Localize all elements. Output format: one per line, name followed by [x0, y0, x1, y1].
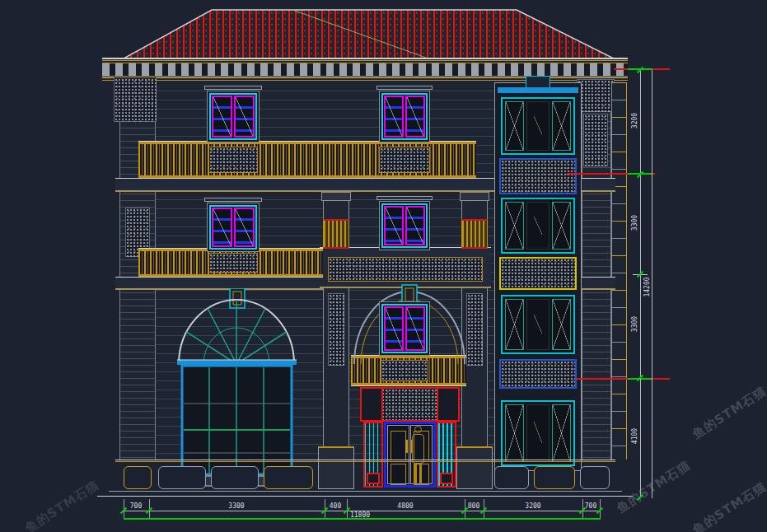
step-line: [109, 491, 622, 492]
dentil-course: [102, 63, 628, 77]
stair-relief-panel-1: [499, 158, 577, 194]
stair-window-3: [501, 295, 575, 354]
arched-window: [175, 288, 298, 488]
window-sash: [552, 404, 571, 462]
dimension-text: 3300: [631, 209, 638, 237]
right-column-capital: [461, 219, 488, 249]
pilaster-base: [440, 473, 453, 484]
window-sash: [552, 202, 571, 250]
level-line-1f: [577, 378, 670, 380]
right-pilaster-ornament: [583, 114, 608, 166]
window-pane: [526, 202, 550, 250]
window-3f-center: [379, 91, 430, 142]
ground-line: [97, 496, 633, 497]
plinth-panel: [580, 466, 610, 489]
dimension-text: 800: [459, 502, 489, 510]
watermark: 鱼的STM石猫: [690, 383, 767, 442]
plinth-panel: [264, 466, 313, 489]
window-sash: [405, 206, 425, 245]
dimension-text: 700: [121, 502, 151, 510]
window-pane: [526, 404, 550, 462]
entrance-pilaster-right: [437, 422, 456, 488]
window-sash: [212, 208, 232, 247]
window-pane: [526, 299, 550, 350]
scale-figure-leg: [419, 464, 422, 485]
balustrade-3f-panel-left: [208, 147, 258, 173]
scale-figure-leg: [414, 464, 417, 485]
door-panel: [391, 431, 406, 460]
dimension-line-right: [640, 70, 641, 498]
dimension-text: 3200: [518, 502, 548, 510]
door-panel: [391, 464, 406, 485]
window-sash: [505, 202, 524, 250]
entrance-capital-right: [437, 387, 460, 422]
window-sash: [405, 96, 425, 138]
roof-outline: [124, 8, 614, 61]
left-column-pedestal: [318, 446, 354, 489]
watermark: 鱼的STM石猫: [614, 457, 694, 516]
door-handle-left: [405, 440, 408, 453]
window-2f-left: [207, 203, 260, 252]
window-lintel: [204, 86, 262, 90]
balustrade-3f-panel-center: [379, 147, 430, 173]
window-frame: [381, 93, 428, 140]
entrance-capital-left: [360, 387, 383, 422]
dimension-text: 3300: [631, 310, 638, 338]
right-column-pedestal: [456, 446, 493, 489]
window-lintel: [204, 198, 262, 202]
stair-relief-panel-2: [499, 257, 577, 290]
scale-figure-head: [414, 426, 422, 433]
plinth-panel: [534, 466, 575, 489]
left-column-hanging-ornament: [328, 293, 344, 366]
window-frame: [381, 203, 428, 248]
dimension-line-right-total: [652, 70, 652, 498]
eave-fascia: [102, 58, 628, 59]
right-column-hanging-ornament: [466, 293, 483, 366]
window-frame: [209, 93, 257, 140]
plinth-panel: [124, 466, 152, 489]
window-sash: [384, 96, 404, 138]
eave-gold-line: [102, 60, 628, 61]
window-2f-center: [379, 201, 430, 250]
entrance-door: [384, 422, 436, 488]
window-lintel: [376, 196, 433, 200]
second-floor-band-right: [577, 277, 615, 290]
plinth-panel: [494, 466, 529, 489]
window-sash: [505, 101, 524, 151]
stair-window-1: [501, 97, 575, 155]
right-pilaster-capital: [577, 79, 615, 112]
dimension-text: 3200: [631, 107, 638, 135]
window-sash: [405, 306, 425, 351]
window-sash: [505, 404, 524, 462]
window-sash: [505, 299, 524, 350]
left-pilaster-capital: [114, 77, 157, 122]
dimension-text: 700: [576, 502, 606, 510]
corner-quoins: [611, 82, 627, 460]
watermark: 鱼的STM石猫: [690, 478, 767, 532]
window-sash: [212, 96, 232, 138]
window-1f-center: [379, 301, 430, 356]
pilaster-base: [367, 473, 380, 484]
stair-relief-panel-3: [499, 359, 577, 389]
dimension-text: 4800: [391, 502, 420, 510]
window-frame: [209, 205, 257, 250]
window-sash: [552, 101, 571, 151]
right-column-abacus: [460, 192, 489, 201]
window-sash: [384, 206, 404, 245]
window-sash: [234, 96, 255, 138]
dimension-text: 3300: [222, 502, 251, 510]
dimension-total-text: 14200: [643, 273, 651, 301]
window-lintel: [376, 86, 433, 90]
stair-window-2: [501, 198, 575, 254]
left-column-abacus: [321, 192, 351, 201]
cad-elevation-drawing: 3200 3300 3300 4100 14200 700 3300 400 4…: [0, 0, 767, 532]
entrance-pilaster-left: [363, 422, 383, 488]
dimension-text: 4100: [631, 422, 638, 450]
balustrade-2f-panel: [208, 253, 258, 273]
window-3f-left: [207, 91, 260, 142]
door-leaf-left: [387, 425, 409, 484]
dimension-total-text: 11800: [345, 511, 375, 519]
window-frame: [381, 304, 428, 353]
stair-window-4: [501, 400, 575, 466]
window-pane: [526, 101, 550, 151]
